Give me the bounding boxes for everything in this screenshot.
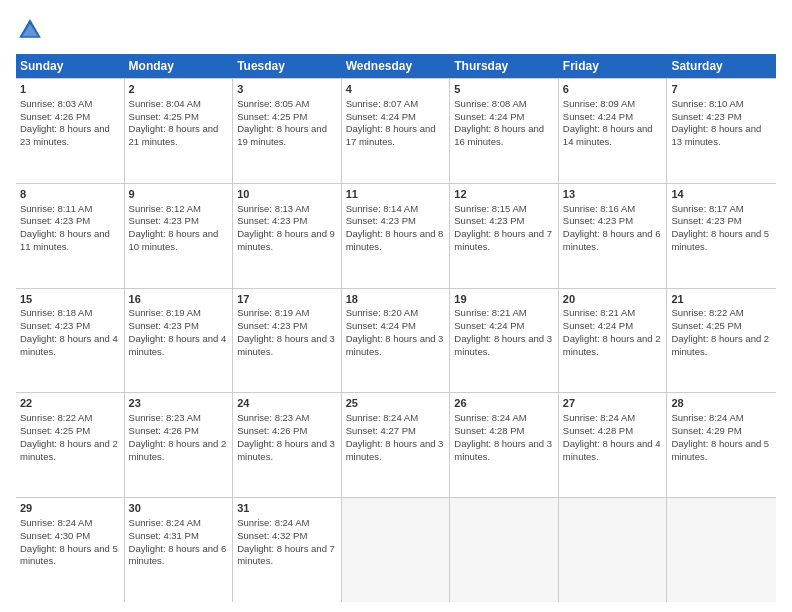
day-number: 20 <box>563 292 663 307</box>
day-number: 13 <box>563 187 663 202</box>
weekday-header-monday: Monday <box>125 54 234 78</box>
weekday-header-tuesday: Tuesday <box>233 54 342 78</box>
day-info: Sunrise: 8:19 AM Sunset: 4:23 PM Dayligh… <box>237 307 335 356</box>
day-number: 29 <box>20 501 120 516</box>
day-number: 15 <box>20 292 120 307</box>
day-number: 12 <box>454 187 554 202</box>
day-number: 11 <box>346 187 446 202</box>
calendar-cell-2-1: 16Sunrise: 8:19 AM Sunset: 4:23 PM Dayli… <box>125 289 234 393</box>
calendar-cell-1-4: 12Sunrise: 8:15 AM Sunset: 4:23 PM Dayli… <box>450 184 559 288</box>
day-number: 5 <box>454 82 554 97</box>
calendar-header: SundayMondayTuesdayWednesdayThursdayFrid… <box>16 54 776 78</box>
day-number: 19 <box>454 292 554 307</box>
day-number: 23 <box>129 396 229 411</box>
day-number: 30 <box>129 501 229 516</box>
day-info: Sunrise: 8:09 AM Sunset: 4:24 PM Dayligh… <box>563 98 653 147</box>
day-info: Sunrise: 8:07 AM Sunset: 4:24 PM Dayligh… <box>346 98 436 147</box>
calendar-cell-0-6: 7Sunrise: 8:10 AM Sunset: 4:23 PM Daylig… <box>667 79 776 183</box>
day-info: Sunrise: 8:14 AM Sunset: 4:23 PM Dayligh… <box>346 203 444 252</box>
weekday-header-sunday: Sunday <box>16 54 125 78</box>
calendar-cell-0-3: 4Sunrise: 8:07 AM Sunset: 4:24 PM Daylig… <box>342 79 451 183</box>
weekday-header-thursday: Thursday <box>450 54 559 78</box>
day-info: Sunrise: 8:22 AM Sunset: 4:25 PM Dayligh… <box>671 307 769 356</box>
day-number: 26 <box>454 396 554 411</box>
day-number: 24 <box>237 396 337 411</box>
calendar-cell-2-5: 20Sunrise: 8:21 AM Sunset: 4:24 PM Dayli… <box>559 289 668 393</box>
calendar-cell-4-2: 31Sunrise: 8:24 AM Sunset: 4:32 PM Dayli… <box>233 498 342 602</box>
calendar-cell-0-5: 6Sunrise: 8:09 AM Sunset: 4:24 PM Daylig… <box>559 79 668 183</box>
calendar-cell-0-2: 3Sunrise: 8:05 AM Sunset: 4:25 PM Daylig… <box>233 79 342 183</box>
day-number: 27 <box>563 396 663 411</box>
day-number: 9 <box>129 187 229 202</box>
day-info: Sunrise: 8:24 AM Sunset: 4:31 PM Dayligh… <box>129 517 227 566</box>
day-number: 28 <box>671 396 772 411</box>
calendar-row-3: 22Sunrise: 8:22 AM Sunset: 4:25 PM Dayli… <box>16 393 776 498</box>
calendar-cell-3-3: 25Sunrise: 8:24 AM Sunset: 4:27 PM Dayli… <box>342 393 451 497</box>
calendar-row-0: 1Sunrise: 8:03 AM Sunset: 4:26 PM Daylig… <box>16 78 776 184</box>
day-info: Sunrise: 8:04 AM Sunset: 4:25 PM Dayligh… <box>129 98 219 147</box>
day-number: 10 <box>237 187 337 202</box>
day-number: 14 <box>671 187 772 202</box>
day-number: 18 <box>346 292 446 307</box>
calendar-cell-3-6: 28Sunrise: 8:24 AM Sunset: 4:29 PM Dayli… <box>667 393 776 497</box>
day-number: 17 <box>237 292 337 307</box>
calendar-cell-2-3: 18Sunrise: 8:20 AM Sunset: 4:24 PM Dayli… <box>342 289 451 393</box>
calendar-cell-1-2: 10Sunrise: 8:13 AM Sunset: 4:23 PM Dayli… <box>233 184 342 288</box>
day-info: Sunrise: 8:19 AM Sunset: 4:23 PM Dayligh… <box>129 307 227 356</box>
day-info: Sunrise: 8:23 AM Sunset: 4:26 PM Dayligh… <box>129 412 227 461</box>
day-info: Sunrise: 8:10 AM Sunset: 4:23 PM Dayligh… <box>671 98 761 147</box>
calendar-cell-1-6: 14Sunrise: 8:17 AM Sunset: 4:23 PM Dayli… <box>667 184 776 288</box>
day-info: Sunrise: 8:08 AM Sunset: 4:24 PM Dayligh… <box>454 98 544 147</box>
calendar-cell-1-1: 9Sunrise: 8:12 AM Sunset: 4:23 PM Daylig… <box>125 184 234 288</box>
weekday-header-saturday: Saturday <box>667 54 776 78</box>
day-info: Sunrise: 8:18 AM Sunset: 4:23 PM Dayligh… <box>20 307 118 356</box>
day-number: 16 <box>129 292 229 307</box>
day-info: Sunrise: 8:22 AM Sunset: 4:25 PM Dayligh… <box>20 412 118 461</box>
logo <box>16 16 48 44</box>
day-info: Sunrise: 8:24 AM Sunset: 4:30 PM Dayligh… <box>20 517 118 566</box>
calendar-cell-4-4 <box>450 498 559 602</box>
day-info: Sunrise: 8:21 AM Sunset: 4:24 PM Dayligh… <box>454 307 552 356</box>
day-info: Sunrise: 8:21 AM Sunset: 4:24 PM Dayligh… <box>563 307 661 356</box>
calendar-cell-4-0: 29Sunrise: 8:24 AM Sunset: 4:30 PM Dayli… <box>16 498 125 602</box>
weekday-header-wednesday: Wednesday <box>342 54 451 78</box>
day-info: Sunrise: 8:13 AM Sunset: 4:23 PM Dayligh… <box>237 203 335 252</box>
calendar-cell-3-1: 23Sunrise: 8:23 AM Sunset: 4:26 PM Dayli… <box>125 393 234 497</box>
day-number: 21 <box>671 292 772 307</box>
header <box>16 16 776 44</box>
calendar-cell-0-4: 5Sunrise: 8:08 AM Sunset: 4:24 PM Daylig… <box>450 79 559 183</box>
calendar-cell-3-2: 24Sunrise: 8:23 AM Sunset: 4:26 PM Dayli… <box>233 393 342 497</box>
day-info: Sunrise: 8:23 AM Sunset: 4:26 PM Dayligh… <box>237 412 335 461</box>
calendar-cell-3-5: 27Sunrise: 8:24 AM Sunset: 4:28 PM Dayli… <box>559 393 668 497</box>
calendar-cell-3-4: 26Sunrise: 8:24 AM Sunset: 4:28 PM Dayli… <box>450 393 559 497</box>
calendar-cell-3-0: 22Sunrise: 8:22 AM Sunset: 4:25 PM Dayli… <box>16 393 125 497</box>
day-number: 1 <box>20 82 120 97</box>
day-number: 2 <box>129 82 229 97</box>
calendar-cell-2-4: 19Sunrise: 8:21 AM Sunset: 4:24 PM Dayli… <box>450 289 559 393</box>
calendar-cell-1-5: 13Sunrise: 8:16 AM Sunset: 4:23 PM Dayli… <box>559 184 668 288</box>
calendar-row-2: 15Sunrise: 8:18 AM Sunset: 4:23 PM Dayli… <box>16 289 776 394</box>
calendar-cell-0-1: 2Sunrise: 8:04 AM Sunset: 4:25 PM Daylig… <box>125 79 234 183</box>
calendar: SundayMondayTuesdayWednesdayThursdayFrid… <box>16 54 776 602</box>
day-info: Sunrise: 8:17 AM Sunset: 4:23 PM Dayligh… <box>671 203 769 252</box>
logo-icon <box>16 16 44 44</box>
calendar-cell-4-3 <box>342 498 451 602</box>
day-number: 3 <box>237 82 337 97</box>
day-number: 25 <box>346 396 446 411</box>
day-number: 6 <box>563 82 663 97</box>
day-info: Sunrise: 8:24 AM Sunset: 4:28 PM Dayligh… <box>563 412 661 461</box>
day-number: 7 <box>671 82 772 97</box>
day-info: Sunrise: 8:16 AM Sunset: 4:23 PM Dayligh… <box>563 203 661 252</box>
day-info: Sunrise: 8:20 AM Sunset: 4:24 PM Dayligh… <box>346 307 444 356</box>
calendar-row-4: 29Sunrise: 8:24 AM Sunset: 4:30 PM Dayli… <box>16 498 776 602</box>
day-info: Sunrise: 8:15 AM Sunset: 4:23 PM Dayligh… <box>454 203 552 252</box>
page: SundayMondayTuesdayWednesdayThursdayFrid… <box>0 0 792 612</box>
day-info: Sunrise: 8:03 AM Sunset: 4:26 PM Dayligh… <box>20 98 110 147</box>
calendar-row-1: 8Sunrise: 8:11 AM Sunset: 4:23 PM Daylig… <box>16 184 776 289</box>
calendar-cell-1-0: 8Sunrise: 8:11 AM Sunset: 4:23 PM Daylig… <box>16 184 125 288</box>
day-info: Sunrise: 8:11 AM Sunset: 4:23 PM Dayligh… <box>20 203 110 252</box>
day-info: Sunrise: 8:24 AM Sunset: 4:32 PM Dayligh… <box>237 517 335 566</box>
calendar-cell-2-6: 21Sunrise: 8:22 AM Sunset: 4:25 PM Dayli… <box>667 289 776 393</box>
day-info: Sunrise: 8:24 AM Sunset: 4:28 PM Dayligh… <box>454 412 552 461</box>
day-number: 22 <box>20 396 120 411</box>
